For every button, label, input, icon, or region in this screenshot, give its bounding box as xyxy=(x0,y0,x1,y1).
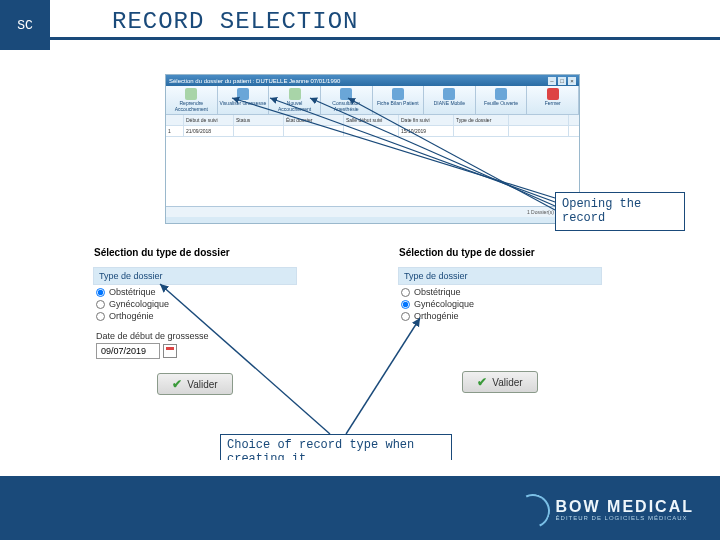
record-toolbar: Reprendre Accouchement Visualiser Grosse… xyxy=(166,86,579,115)
validate-button[interactable]: ✔Valider xyxy=(462,371,537,393)
toolbar-reprendre[interactable]: Reprendre Accouchement xyxy=(166,86,218,114)
grid-body: 1 21/09/2018 15/10/2019 xyxy=(166,126,579,206)
radio-orthogenie[interactable]: Orthogénie xyxy=(401,311,599,321)
fiche-icon xyxy=(392,88,404,100)
annotation-opening: Opening the record xyxy=(555,192,685,231)
maximize-icon[interactable]: □ xyxy=(558,77,566,85)
group-label: Type de dossier xyxy=(398,267,602,285)
calendar-icon[interactable] xyxy=(163,344,177,358)
toolbar-consultation[interactable]: Consultation Anesthésie xyxy=(321,86,373,114)
radio-obstetrique[interactable]: Obstétrique xyxy=(96,287,294,297)
radio-obstetrique[interactable]: Obstétrique xyxy=(401,287,599,297)
radio-input[interactable] xyxy=(401,288,410,297)
date-label: Date de début de grossesse xyxy=(96,331,294,341)
toolbar-fiche[interactable]: Fiche Bilan Patient xyxy=(373,86,425,114)
dialog-body: Type de dossier Obstétrique Gynécologiqu… xyxy=(90,267,300,401)
logo-main: BOW MEDICAL xyxy=(556,499,694,515)
slide-footer: BOW MEDICAL ÉDITEUR DE LOGICIELS MÉDICAU… xyxy=(0,460,720,540)
toolbar-fermer[interactable]: Fermer xyxy=(527,86,579,114)
logo-text: BOW MEDICAL ÉDITEUR DE LOGICIELS MÉDICAU… xyxy=(556,499,694,521)
toolbar-visualiser[interactable]: Visualiser Grossesse xyxy=(218,86,270,114)
close-icon[interactable]: × xyxy=(568,77,576,85)
check-icon: ✔ xyxy=(477,375,487,389)
logo-swoosh-icon xyxy=(516,498,550,522)
bow-medical-logo: BOW MEDICAL ÉDITEUR DE LOGICIELS MÉDICAU… xyxy=(516,498,694,522)
slide-header: SC RECORD SELECTION xyxy=(0,0,720,70)
radio-input[interactable] xyxy=(401,300,410,309)
radio-input[interactable] xyxy=(96,300,105,309)
logo-sub: ÉDITEUR DE LOGICIELS MÉDICAUX xyxy=(556,515,694,521)
radio-gynecologique[interactable]: Gynécologique xyxy=(401,299,599,309)
grid-header: Début de suivi Status État dossier Salle… xyxy=(166,115,579,126)
window-title: Sélection du dossier du patient : DUTUEL… xyxy=(169,78,340,84)
type-dialog-left: Sélection du type de dossier Type de dos… xyxy=(90,244,300,436)
dialog-title: Sélection du type de dossier xyxy=(90,244,300,261)
dialog-body: Type de dossier Obstétrique Gynécologiqu… xyxy=(395,267,605,399)
reprendre-icon xyxy=(185,88,197,100)
nouvel-icon xyxy=(289,88,301,100)
toolbar-feuille[interactable]: Feuille Ouverte xyxy=(476,86,528,114)
table-row[interactable]: 1 21/09/2018 15/10/2019 xyxy=(166,126,579,137)
toolbar-diane[interactable]: DIANE Mobile xyxy=(424,86,476,114)
radio-orthogenie[interactable]: Orthogénie xyxy=(96,311,294,321)
validate-button[interactable]: ✔Valider xyxy=(157,373,232,395)
sc-badge: SC xyxy=(0,0,50,50)
radio-input[interactable] xyxy=(96,288,105,297)
title-underline xyxy=(50,37,720,40)
page-title: RECORD SELECTION xyxy=(112,8,720,35)
window-titlebar: Sélection du dossier du patient : DUTUEL… xyxy=(166,75,579,86)
type-dialog-right: Sélection du type de dossier Type de dos… xyxy=(395,244,605,436)
feuille-icon xyxy=(495,88,507,100)
diane-icon xyxy=(443,88,455,100)
minimize-icon[interactable]: – xyxy=(548,77,556,85)
date-field[interactable] xyxy=(96,343,160,359)
radio-input[interactable] xyxy=(96,312,105,321)
record-selection-window: Sélection du dossier du patient : DUTUEL… xyxy=(165,74,580,224)
radio-gynecologique[interactable]: Gynécologique xyxy=(96,299,294,309)
dialog-title: Sélection du type de dossier xyxy=(395,244,605,261)
consultation-icon xyxy=(340,88,352,100)
date-input-row xyxy=(96,343,294,359)
group-label: Type de dossier xyxy=(93,267,297,285)
main-content: Sélection du dossier du patient : DUTUEL… xyxy=(0,70,720,460)
window-footer: 1 Dossier(s) trouvé(s) xyxy=(166,206,579,217)
title-area: RECORD SELECTION xyxy=(50,0,720,40)
fermer-icon xyxy=(547,88,559,100)
radio-input[interactable] xyxy=(401,312,410,321)
window-controls: – □ × xyxy=(548,77,576,85)
toolbar-nouvel[interactable]: Nouvel Accouchement xyxy=(269,86,321,114)
check-icon: ✔ xyxy=(172,377,182,391)
visualiser-icon xyxy=(237,88,249,100)
